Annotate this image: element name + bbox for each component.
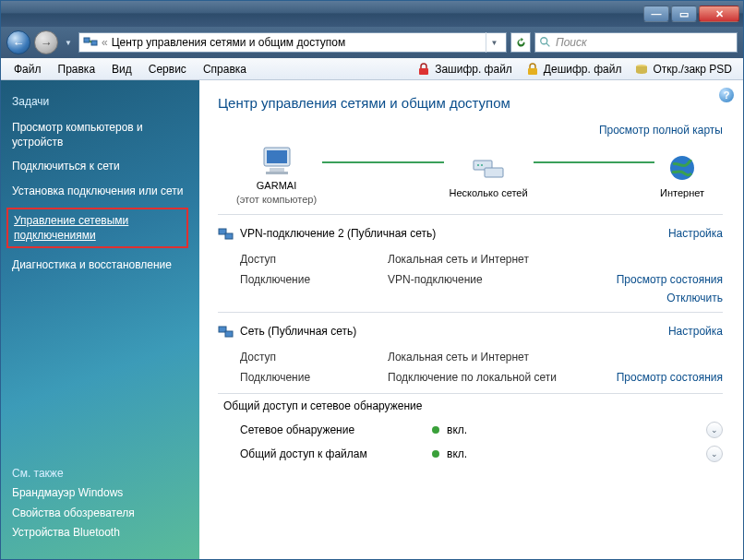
back-button[interactable]: ←: [6, 30, 30, 54]
address-dropdown[interactable]: ▼: [486, 32, 502, 53]
sidebar-task-connect[interactable]: Подключиться к сети: [12, 159, 188, 173]
breadcrumb-sep: «: [102, 36, 108, 49]
svg-rect-11: [266, 172, 288, 174]
lan-row-access: Доступ Локальная сеть и Интернет: [218, 347, 723, 367]
window-controls: — ▭ ✕: [643, 6, 739, 22]
svg-rect-9: [267, 150, 287, 163]
svg-point-15: [481, 164, 483, 166]
svg-point-14: [477, 164, 479, 166]
search-icon: [539, 36, 552, 49]
status-dot-on-icon: [432, 426, 439, 434]
navigation-bar: ← → ▼ « Центр управления сетями и общим …: [1, 27, 743, 58]
wire-1: [322, 161, 443, 163]
see-also-firewall[interactable]: Брандмауэр Windows: [12, 485, 188, 500]
section-lan-configure[interactable]: Настройка: [668, 325, 723, 338]
node-networks: Несколько сетей: [450, 153, 528, 198]
menu-file[interactable]: Файл: [6, 61, 49, 77]
computer-icon: [258, 146, 295, 177]
node-internet: Интернет: [660, 153, 704, 198]
section-vpn-configure[interactable]: Настройка: [668, 227, 723, 240]
svg-line-4: [546, 43, 550, 47]
disk-icon: [634, 62, 649, 77]
see-also-internet-options[interactable]: Свойства обозревателя: [12, 506, 188, 520]
help-button[interactable]: ?: [719, 88, 734, 102]
network-center-icon: [83, 35, 98, 50]
menubar: Файл Правка Вид Сервис Справка Зашифр. ф…: [1, 58, 743, 80]
sidebar-task-diagnose[interactable]: Диагностика и восстановление: [12, 257, 188, 272]
section-lan: Сеть (Публичная сеть) Настройка Доступ Л…: [218, 312, 723, 393]
wire-2: [534, 161, 654, 163]
see-also-header: См. также: [12, 467, 188, 480]
maximize-button[interactable]: ▭: [671, 6, 697, 22]
window: — ▭ ✕ ← → ▼ « Центр управления сетями и …: [0, 0, 744, 560]
sidebar: Задачи Просмотр компьютеров и устройств …: [1, 80, 199, 559]
decrypt-file-button[interactable]: Дешифр. файл: [520, 60, 628, 78]
node-internet-label: Интернет: [660, 187, 704, 198]
lan-row-connection: Подключение Подключение по локальной сет…: [218, 367, 723, 387]
share-row-files: Общий доступ к файлам вкл. ⌄: [218, 442, 723, 466]
sidebar-task-view-computers[interactable]: Просмотр компьютеров и устройств: [12, 120, 188, 149]
svg-rect-0: [84, 38, 90, 42]
svg-rect-10: [270, 168, 284, 172]
section-vpn: VPN-подключение 2 (Публичная сеть) Настр…: [218, 214, 723, 312]
section-vpn-title: VPN-подключение 2 (Публичная сеть): [240, 227, 663, 240]
node-computer-sub: (этот компьютер): [236, 194, 317, 205]
open-close-psd-button[interactable]: Откр./закр PSD: [629, 60, 738, 78]
svg-rect-13: [485, 168, 503, 177]
svg-point-16: [670, 156, 694, 180]
svg-rect-1: [91, 41, 97, 45]
see-also-bluetooth[interactable]: Устройства Bluetooth: [12, 525, 188, 540]
sharing-header: Общий доступ и сетевое обнаружение: [223, 399, 422, 412]
encrypt-file-button[interactable]: Зашифр. файл: [411, 60, 518, 78]
vpn-row-access: Доступ Локальная сеть и Интернет: [218, 249, 723, 269]
svg-point-3: [541, 38, 547, 44]
lan-view-status-link[interactable]: Просмотр состояния: [606, 371, 723, 384]
nav-history-dropdown[interactable]: ▼: [62, 30, 75, 54]
menu-help[interactable]: Справка: [196, 61, 254, 77]
menu-tools[interactable]: Сервис: [141, 61, 194, 77]
node-networks-label: Несколько сетей: [450, 187, 528, 198]
body: Задачи Просмотр компьютеров и устройств …: [1, 80, 743, 559]
titlebar: — ▭ ✕: [1, 1, 743, 27]
globe-icon: [664, 153, 701, 185]
status-dot-on-icon: [432, 450, 439, 458]
svg-rect-5: [419, 68, 428, 75]
forward-button[interactable]: →: [34, 30, 58, 54]
minimize-button[interactable]: —: [643, 6, 669, 22]
sidebar-task-setup-connection[interactable]: Установка подключения или сети: [12, 184, 188, 198]
expand-files-button[interactable]: ⌄: [706, 446, 723, 462]
sharing-header-row: Общий доступ и сетевое обнаружение: [218, 393, 723, 418]
lock-yellow-icon: [525, 62, 540, 77]
vpn-view-status-link[interactable]: Просмотр состояния: [606, 273, 723, 286]
sidebar-task-manage-connections[interactable]: Управление сетевыми подключениями: [6, 208, 188, 248]
address-bar[interactable]: « Центр управления сетями и общим доступ…: [78, 32, 507, 53]
network-map: GARMAI (этот компьютер) Несколько сетей …: [218, 142, 723, 214]
tasks-header: Задачи: [12, 95, 188, 108]
close-button[interactable]: ✕: [699, 6, 739, 22]
menu-view[interactable]: Вид: [104, 61, 139, 77]
see-also-section: См. также Брандмауэр Windows Свойства об…: [12, 461, 188, 544]
vpn-row-connection: Подключение VPN-подключение Просмотр сос…: [218, 269, 723, 290]
refresh-button[interactable]: [510, 32, 531, 53]
expand-discovery-button[interactable]: ⌄: [706, 422, 723, 438]
svg-rect-6: [528, 68, 537, 75]
node-computer-name: GARMAI: [257, 180, 296, 191]
lan-network-icon: [218, 323, 234, 340]
svg-rect-20: [225, 331, 233, 337]
menu-edit[interactable]: Правка: [51, 61, 103, 77]
page-title: Центр управления сетями и общим доступом: [218, 95, 723, 111]
router-icon: [470, 153, 507, 185]
share-row-discovery: Сетевое обнаружение вкл. ⌄: [218, 418, 723, 442]
vpn-network-icon: [218, 225, 234, 242]
lock-red-icon: [416, 62, 431, 77]
section-lan-title: Сеть (Публичная сеть): [240, 325, 663, 338]
view-full-map-link[interactable]: Просмотр полной карты: [599, 124, 723, 137]
svg-rect-18: [225, 233, 233, 239]
vpn-disconnect-link[interactable]: Отключить: [666, 292, 723, 304]
address-text: Центр управления сетями и общим доступом: [112, 36, 346, 49]
search-box[interactable]: Поиск: [534, 32, 738, 53]
search-placeholder: Поиск: [556, 36, 587, 49]
node-this-computer: GARMAI (этот компьютер): [236, 146, 317, 205]
main-content: ? Центр управления сетями и общим доступ…: [199, 80, 743, 559]
